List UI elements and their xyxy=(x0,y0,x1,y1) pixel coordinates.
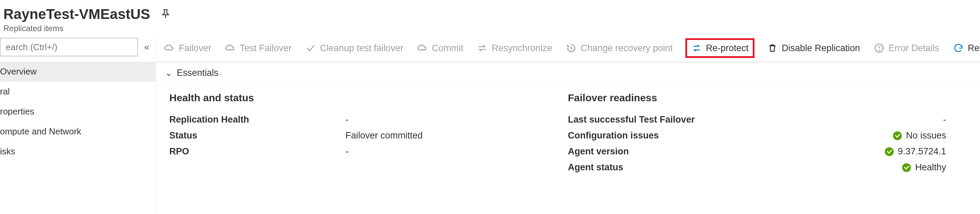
trash-icon xyxy=(767,43,778,54)
error-details-button[interactable]: Error Details xyxy=(874,43,939,54)
sync-arrows-icon xyxy=(477,43,488,54)
health-status-title: Health and status xyxy=(169,92,568,104)
failover-readiness-title: Failover readiness xyxy=(568,92,966,104)
test-failover-label: Test Failover xyxy=(240,43,291,54)
refresh-button[interactable]: Refresh xyxy=(953,43,980,54)
content-area: Failover Test Failover Cleanup test fail… xyxy=(156,36,980,212)
page-subtitle: Replicated items xyxy=(3,24,980,33)
search-input[interactable] xyxy=(0,38,138,56)
pin-icon[interactable] xyxy=(159,8,172,20)
collapse-sidebar-icon[interactable]: « xyxy=(144,42,150,52)
failover-label: Failover xyxy=(179,43,211,54)
svg-point-2 xyxy=(879,50,879,51)
last-test-failover-value: - xyxy=(943,114,946,125)
refresh-label: Refresh xyxy=(968,43,980,54)
status-key: Status xyxy=(169,130,345,141)
cloud-icon xyxy=(225,43,236,54)
disable-replication-label: Disable Replication xyxy=(782,43,860,54)
chevron-down-icon: ⌄ xyxy=(165,68,172,78)
disable-replication-button[interactable]: Disable Replication xyxy=(767,43,860,54)
reprotect-label: Re-protect xyxy=(706,43,749,54)
commit-button[interactable]: Commit xyxy=(417,43,463,54)
failover-button[interactable]: Failover xyxy=(164,43,211,54)
agent-version-row: Agent version 9.37.5724.1 xyxy=(568,146,966,157)
info-icon xyxy=(874,43,885,54)
status-row: Status Failover committed xyxy=(169,130,568,141)
configuration-issues-key: Configuration issues xyxy=(568,130,744,141)
test-failover-button[interactable]: Test Failover xyxy=(225,43,291,54)
page-header: RayneTest-VMEastUS Replicated items xyxy=(0,0,980,36)
failover-readiness-section: Failover readiness Last successful Test … xyxy=(568,92,966,178)
sidebar-item-properties[interactable]: roperties xyxy=(0,101,156,122)
agent-status-value: Healthy xyxy=(915,162,946,173)
command-bar: Failover Test Failover Cleanup test fail… xyxy=(156,36,980,62)
change-rp-label: Change recovery point xyxy=(581,43,673,54)
check-circle-icon xyxy=(893,132,902,140)
re-protect-button[interactable]: Re-protect xyxy=(686,39,754,57)
sidebar: « Overview ral roperties ompute and Netw… xyxy=(0,36,156,212)
change-recovery-point-button[interactable]: Change recovery point xyxy=(566,43,673,54)
cleanup-test-failover-button[interactable]: Cleanup test failover xyxy=(305,43,403,54)
cloud-icon xyxy=(417,43,428,54)
sidebar-item-compute-network[interactable]: ompute and Network xyxy=(0,122,156,141)
last-test-failover-row: Last successful Test Failover - xyxy=(568,114,966,125)
refresh-icon xyxy=(953,43,964,54)
health-status-section: Health and status Replication Health - S… xyxy=(169,92,568,178)
sidebar-item-overview[interactable]: Overview xyxy=(0,62,156,82)
cloud-icon xyxy=(164,43,175,54)
replication-health-key: Replication Health xyxy=(169,114,345,125)
reprotect-icon xyxy=(691,43,702,54)
replication-health-row: Replication Health - xyxy=(169,114,568,125)
check-icon xyxy=(305,43,316,54)
agent-version-value: 9.37.5724.1 xyxy=(898,146,946,157)
configuration-issues-row: Configuration issues No issues xyxy=(568,130,966,141)
rpo-row: RPO - xyxy=(169,146,568,157)
agent-version-key: Agent version xyxy=(568,146,744,157)
configuration-issues-value: No issues xyxy=(906,130,946,141)
essentials-label: Essentials xyxy=(177,68,218,78)
rpo-value: - xyxy=(345,146,348,157)
page-title: RayneTest-VMEastUS xyxy=(3,6,150,22)
cleanup-label: Cleanup test failover xyxy=(320,43,403,54)
error-details-label: Error Details xyxy=(889,43,939,54)
agent-status-row: Agent status Healthy xyxy=(568,162,966,173)
commit-label: Commit xyxy=(432,43,463,54)
history-icon xyxy=(566,43,577,54)
rpo-key: RPO xyxy=(169,146,345,157)
replication-health-value: - xyxy=(345,114,348,125)
overview-body: Health and status Replication Health - S… xyxy=(156,84,980,178)
sidebar-item-disks[interactable]: isks xyxy=(0,141,156,162)
essentials-toggle[interactable]: ⌄ Essentials xyxy=(156,62,980,84)
agent-status-key: Agent status xyxy=(568,162,744,173)
check-circle-icon xyxy=(902,163,911,172)
check-circle-icon xyxy=(885,147,894,156)
resync-label: Resynchronize xyxy=(492,43,552,54)
resynchronize-button[interactable]: Resynchronize xyxy=(477,43,552,54)
status-value: Failover committed xyxy=(345,130,423,141)
last-test-failover-key: Last successful Test Failover xyxy=(568,114,744,125)
sidebar-item-general[interactable]: ral xyxy=(0,82,156,101)
